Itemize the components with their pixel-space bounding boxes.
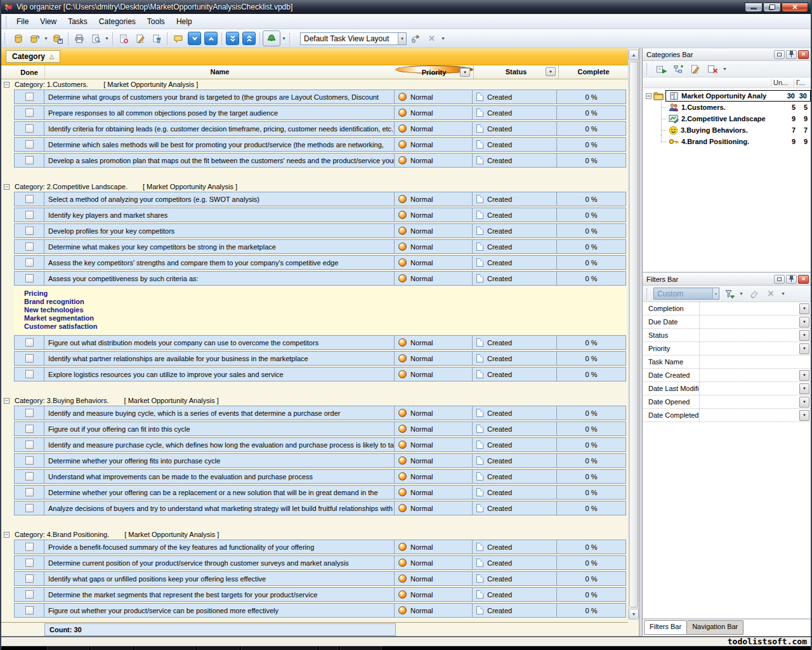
task-checkbox[interactable] xyxy=(25,441,34,449)
close-button[interactable]: ✕ xyxy=(782,3,808,12)
task-row[interactable]: Identify and measure purchase cycle, whi… xyxy=(14,437,626,452)
comments-button[interactable] xyxy=(170,31,186,46)
task-row[interactable]: Determine what makes your key competitor… xyxy=(14,239,626,254)
task-checkbox[interactable] xyxy=(25,370,34,378)
apply-filter-button[interactable] xyxy=(721,287,737,301)
filter-dropdown-button[interactable]: ▼ xyxy=(799,303,809,314)
filter-dropdown-button[interactable]: ▼ xyxy=(799,370,809,381)
task-row[interactable]: Provide a benefit-focused summary of the… xyxy=(14,540,626,554)
filter-value-field[interactable] xyxy=(700,342,799,355)
apply-layout-button[interactable] xyxy=(407,31,423,46)
task-checkbox[interactable] xyxy=(25,606,34,614)
task-checkbox[interactable] xyxy=(25,140,34,149)
filter-value-field[interactable] xyxy=(700,329,799,342)
column-header-uncompleted[interactable]: Un... xyxy=(771,79,794,86)
filter-value-field[interactable] xyxy=(700,315,799,328)
task-checkbox[interactable] xyxy=(25,195,34,203)
task-checkbox[interactable] xyxy=(25,472,34,481)
print-button[interactable] xyxy=(71,31,87,46)
task-checkbox[interactable] xyxy=(25,504,34,512)
collapse-icon[interactable]: − xyxy=(4,398,10,404)
column-header-status[interactable]: Status▼ xyxy=(473,65,558,79)
tree-item-1-customers[interactable]: 1.Customers.55 xyxy=(643,102,811,113)
vertical-scrollbar[interactable]: ▲ ▼ xyxy=(628,50,639,620)
tree-item-root[interactable]: − Market Opportunity Analy 30 30 xyxy=(643,90,811,102)
menu-item-tools[interactable]: Tools xyxy=(141,15,171,28)
task-row[interactable]: Determine what groups of customers your … xyxy=(14,90,626,104)
tree-collapse-icon[interactable]: − xyxy=(646,93,652,99)
collapse-icon[interactable]: − xyxy=(4,532,10,538)
task-checkbox[interactable] xyxy=(25,258,34,267)
task-checkbox[interactable] xyxy=(25,559,34,567)
task-checkbox[interactable] xyxy=(25,338,34,347)
task-row[interactable]: Determine which sales methods will be be… xyxy=(14,137,626,152)
print-preview-dropdown-icon[interactable]: ▼ xyxy=(104,36,110,41)
clear-filter-button[interactable] xyxy=(746,287,761,301)
task-checkbox[interactable] xyxy=(25,543,34,551)
task-checkbox[interactable] xyxy=(25,409,34,417)
collapse-icon[interactable]: − xyxy=(4,82,10,88)
priority-filter-button[interactable]: ▼ xyxy=(460,68,470,77)
panel-close-button[interactable]: ✕ xyxy=(798,50,809,59)
task-row[interactable]: Identify and measure buying cycle, which… xyxy=(14,406,626,420)
add-subcategory-button[interactable] xyxy=(671,62,686,76)
scroll-down-button[interactable]: ▼ xyxy=(629,609,639,620)
task-checkbox[interactable] xyxy=(25,488,34,496)
combo-dropdown-icon[interactable]: ▼ xyxy=(712,288,719,299)
filter-dropdown-button[interactable]: ▼ xyxy=(799,383,809,394)
delete-task-button[interactable] xyxy=(148,31,164,46)
task-checkbox[interactable] xyxy=(25,156,34,164)
restore-button[interactable] xyxy=(763,3,781,12)
task-row[interactable]: Analyze decisions of buyers and try to u… xyxy=(14,501,626,515)
menu-item-view[interactable]: View xyxy=(34,15,62,28)
task-checkbox[interactable] xyxy=(25,242,34,251)
new-task-button[interactable] xyxy=(115,31,131,46)
filter-value-field[interactable] xyxy=(700,369,799,381)
menu-item-help[interactable]: Help xyxy=(171,15,198,28)
task-row[interactable]: Develop a sales promotion plan that maps… xyxy=(14,153,626,168)
task-row[interactable]: Identify what partner relationships are … xyxy=(14,351,626,366)
task-checkbox[interactable] xyxy=(25,274,34,282)
column-header-name[interactable]: Name xyxy=(44,65,395,79)
print-preview-button[interactable] xyxy=(88,31,103,46)
task-row[interactable]: Prepare responses to all common objectio… xyxy=(14,105,626,120)
filter-dropdown-button[interactable]: ▼ xyxy=(799,317,809,328)
add-category-button[interactable] xyxy=(653,62,669,76)
notifications-button[interactable] xyxy=(263,30,280,46)
panel-close-button[interactable]: ✕ xyxy=(798,275,809,284)
move-to-top-button[interactable] xyxy=(242,32,256,45)
save-database-button[interactable] xyxy=(49,31,65,46)
task-checkbox[interactable] xyxy=(25,93,34,101)
move-down-button[interactable] xyxy=(188,32,201,45)
open-database-button[interactable] xyxy=(27,31,43,46)
combo-dropdown-icon[interactable]: ▼ xyxy=(398,33,406,44)
scrollbar-track[interactable] xyxy=(629,60,639,609)
column-header-complete[interactable]: Complete xyxy=(558,65,628,79)
tree-item-2-competitive-landscape[interactable]: 2.Competitive Landscape99 xyxy=(643,113,811,124)
filter-dropdown-button[interactable]: ▼ xyxy=(799,343,809,354)
task-row[interactable]: Determine whether your offering can be a… xyxy=(14,485,626,500)
minimize-button[interactable] xyxy=(745,3,763,12)
task-row[interactable]: Select a method of analyzing your compet… xyxy=(14,192,626,206)
column-header-total[interactable]: Г... xyxy=(794,79,811,86)
open-database-dropdown-icon[interactable]: ▼ xyxy=(43,36,49,41)
delete-layout-button[interactable]: ✕ xyxy=(424,31,440,46)
filter-value-field[interactable] xyxy=(700,355,811,368)
tree-item-4-brand-positioning[interactable]: 4.Brand Positioning.99 xyxy=(643,136,811,147)
filter-dropdown-button[interactable]: ▼ xyxy=(799,330,809,341)
panel-restore-button[interactable] xyxy=(774,275,785,284)
filters-toolbar-overflow-icon[interactable]: ▼ xyxy=(780,291,786,296)
task-checkbox[interactable] xyxy=(25,109,34,117)
task-checkbox[interactable] xyxy=(25,227,34,235)
task-row[interactable]: Figure out whether your product/service … xyxy=(14,603,626,618)
notifications-dropdown-icon[interactable]: ▼ xyxy=(281,36,287,41)
filter-preset-combo[interactable]: Custom ▼ xyxy=(653,288,719,300)
filter-dropdown-button[interactable]: ▼ xyxy=(799,410,809,421)
apply-filter-dropdown-icon[interactable]: ▼ xyxy=(738,291,744,296)
menu-item-tasks[interactable]: Tasks xyxy=(62,15,93,28)
filter-value-field[interactable] xyxy=(700,395,799,408)
task-checkbox[interactable] xyxy=(25,456,34,465)
menu-item-categories[interactable]: Categories xyxy=(93,15,141,28)
task-row[interactable]: Explore logistics resources you can util… xyxy=(14,367,626,381)
task-row[interactable]: Identify what gaps or unfilled positions… xyxy=(14,571,626,586)
